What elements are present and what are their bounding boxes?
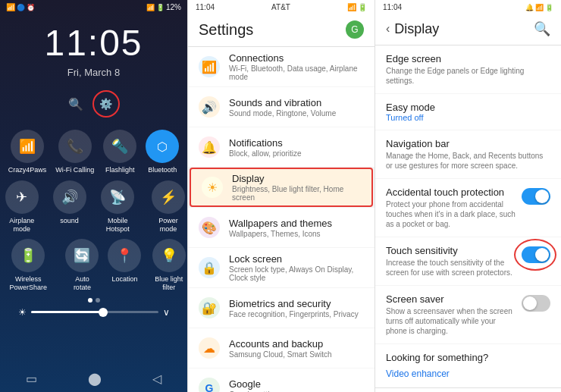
bluetooth-status-icon: 🔵 [17,4,25,11]
back-arrow-icon: ‹ [386,22,390,36]
screen-saver-toggle[interactable] [522,295,550,312]
easy-mode-label: Easy mode [386,102,435,113]
lock-date: Fri, March 8 [67,67,120,78]
dot-inactive [96,298,100,303]
accidental-touch-thumb [535,190,549,203]
quick-icon-bluetooth[interactable]: ⬡ Bluetooth [146,130,179,174]
quick-icon-sound[interactable]: 🔊 sound [53,180,86,234]
settings-avatar: G [346,20,364,39]
brightness-low-icon: ☀ [18,307,27,318]
quick-icon-location[interactable]: 📍 Location [108,239,141,292]
panel2-battery-icon: 🔋 [358,3,367,11]
brightness-thumb [99,308,108,317]
video-enhancer-link[interactable]: Video enhancer [386,368,450,379]
screen-saver-row: Screen saver Show a screensaver when the… [386,293,550,336]
page-dots [88,298,100,303]
touch-sensitivity-text: Touch sensitivity Increase the touch sen… [386,245,516,278]
settings-google[interactable]: G Google Google settings [188,368,375,392]
wallpapers-sub: Wallpapers, Themes, Icons [229,230,364,238]
rotate-label: Auto rotate [65,275,99,292]
gear-button[interactable]: ⚙️ [92,90,120,118]
quick-icon-wireless[interactable]: 🔋 Wireless PowerShare [0,239,56,292]
looking-title: Looking for something? [386,352,550,363]
home-button[interactable]: ⬤ [88,372,102,386]
notifications-name: Notifications [229,137,364,149]
accidental-touch-item[interactable]: Accidental touch protection Protect your… [375,179,561,237]
airplane-label: Airplane mode [0,217,44,234]
bluelight-label: Blue light filter [150,275,187,292]
quick-icon-flashlight[interactable]: 🔦 Flashlight [103,130,136,174]
touch-sensitivity-row: Touch sensitivity Increase the touch sen… [386,245,550,278]
sound-label: sound [60,217,79,225]
quick-icon-wifi[interactable]: 📶 Crazy4Paws [8,130,47,174]
quick-icon-airplane[interactable]: ✈ Airplane mode [0,180,44,234]
brightness-fill [31,311,101,313]
quick-icon-hotspot[interactable]: 📡 Mobile Hotspot [96,180,140,234]
screen-saver-item[interactable]: Screen saver Show a screensaver when the… [375,286,561,343]
touch-sensitivity-thumb [535,248,549,262]
dot-active [88,298,92,303]
edge-screen-label: Edge screen [386,53,550,64]
accounts-name: Accounts and backup [229,338,364,350]
biometrics-icon: 🔐 [199,297,220,318]
panel3-time: 11:04 [383,3,402,11]
lockscreen-text: Lock screen Screen lock type, Always On … [229,253,364,282]
settings-accounts[interactable]: ☁ Accounts and backup Samsung Cloud, Sma… [188,328,375,368]
quick-icon-rotate[interactable]: 🔄 Auto rotate [65,239,99,292]
wifi-quick-icon: 📶 [11,130,44,163]
settings-biometrics[interactable]: 🔐 Biometrics and security Face recogniti… [188,288,375,328]
lock-time: 11:05 [44,22,143,64]
accidental-touch-toggle[interactable] [522,188,550,205]
flashlight-label: Flashlight [105,166,135,174]
panel3-battery-icon: 🔋 [545,4,553,11]
back-button[interactable]: ◁ [152,372,161,386]
biometrics-text: Biometrics and security Face recognition… [229,298,364,318]
quick-icon-power[interactable]: ⚡ Power mode [149,180,187,234]
lock-icon: 🔒 [199,257,220,278]
display-sub: Brightness, Blue light filter, Home scre… [232,185,361,202]
hotspot-label: Mobile Hotspot [96,217,140,234]
touch-sensitivity-toggle[interactable] [522,246,550,263]
wireless-label: Wireless PowerShare [0,275,56,292]
display-header: ‹ Display 🔍 [375,14,561,45]
search-icon: 🔍 [68,97,83,111]
panel2-status-icons: 📶 🔋 [347,3,367,11]
back-navigation[interactable]: ‹ Display [386,21,439,37]
settings-lockscreen[interactable]: 🔒 Lock screen Screen lock type, Always O… [188,248,375,287]
recents-button[interactable]: ▭ [26,372,37,386]
settings-header: Settings G [188,14,375,47]
connections-sub: Wi-Fi, Bluetooth, Data usage, Airplane m… [229,64,364,81]
easy-mode-text: Easy mode Turned off [386,102,435,122]
easy-mode-item[interactable]: Easy mode Turned off [375,94,561,130]
settings-wallpapers[interactable]: 🎨 Wallpapers and themes Wallpapers, Them… [188,208,375,247]
edge-screen-item[interactable]: Edge screen Change the Edge panels or Ed… [375,45,561,93]
touch-sensitivity-toggle-wrapper [522,245,550,263]
touch-sensitivity-item[interactable]: Touch sensitivity Increase the touch sen… [375,237,561,285]
easy-mode-row: Easy mode Turned off [386,102,550,122]
sound-icon: 🔊 [53,180,86,214]
settings-panel: 11:04 AT&T 📶 🔋 Settings G 📶 Connections … [187,0,375,392]
notifications-sub: Block, allow, prioritize [229,149,364,158]
settings-notifications[interactable]: 🔔 Notifications Block, allow, prioritize [188,127,375,167]
touch-sensitivity-sub: Increase the touch sensitivity of the sc… [386,258,516,278]
display-name: Display [232,173,361,184]
display-search-icon[interactable]: 🔍 [534,20,550,37]
settings-display[interactable]: ☀ Display Brightness, Blue light filter,… [190,168,373,207]
accounts-text: Accounts and backup Samsung Cloud, Smart… [229,338,364,359]
navigation-bar-item[interactable]: Navigation bar Manage the Home, Back, an… [375,130,561,178]
display-text: Display Brightness, Blue light filter, H… [232,173,361,202]
panel3-nav: ▭ ⬤ ◁ [375,387,561,392]
calling-icon: 📞 [58,130,92,163]
settings-connections[interactable]: 📶 Connections Wi-Fi, Bluetooth, Data usa… [188,47,375,86]
screen-saver-label: Screen saver [386,293,516,305]
settings-sounds[interactable]: 🔊 Sounds and vibration Sound mode, Ringt… [188,87,375,127]
accidental-touch-text: Accidental touch protection Protect your… [386,187,516,229]
quick-icon-calling[interactable]: 📞 Wi-Fi Calling [55,130,94,174]
power-icon: ⚡ [152,180,185,214]
brightness-track[interactable] [31,311,158,313]
display-title: Display [394,21,439,37]
settings-title: Settings [199,21,253,39]
status-bar: 📶 🔵 ⏰ 📶 🔋 12% [0,0,187,14]
status-left: 📶 🔵 ⏰ [6,3,35,11]
quick-icon-bluelight[interactable]: 💡 Blue light filter [150,239,187,292]
